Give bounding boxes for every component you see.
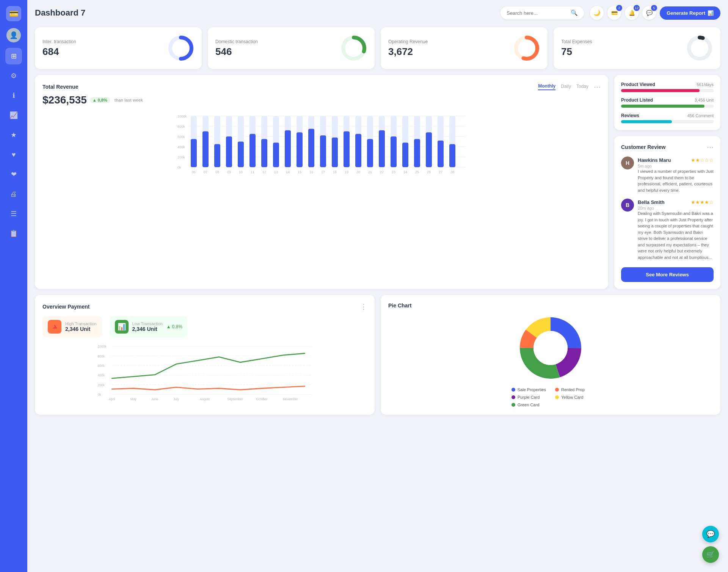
metric-low-transaction: 📊 Low Transaction 2,346 Unit ▲ 0,8% (110, 316, 188, 337)
bell-btn[interactable]: 🔔 12 (625, 6, 639, 20)
tab-today[interactable]: Today (576, 84, 588, 90)
stat-card-domestic-transaction: Domestic transaction 546 (208, 27, 375, 69)
revenue-card: Total Revenue Monthly Daily Today ⋯ $236… (35, 75, 608, 289)
sidebar-item-heart[interactable]: ♥ (5, 146, 22, 163)
svg-rect-27 (214, 144, 220, 167)
pie-chart-svg (516, 314, 585, 382)
revenue-than-last: than last week (115, 98, 143, 102)
product-item-header: Product Viewed 561/days (621, 82, 714, 87)
sidebar-item-print[interactable]: 🖨 (5, 186, 22, 202)
product-item-header: Product Listed 3,456 Unit (621, 97, 714, 103)
stat-info: Inter. transaction 684 (42, 39, 76, 58)
sidebar-item-settings[interactable]: ⚙ (5, 67, 22, 84)
svg-text:27: 27 (439, 170, 442, 174)
page-title: Dashboard 7 (35, 8, 494, 18)
chat-icon: 💬 (646, 10, 653, 16)
donut-chart-revenue (513, 35, 540, 61)
svg-text:25: 25 (415, 170, 419, 174)
review-stars-1: ★★★★☆ (691, 199, 714, 205)
stat-value: 75 (561, 46, 592, 58)
svg-text:600k: 600k (177, 135, 185, 139)
product-item-0: Product Viewed 561/days (621, 82, 714, 92)
payment-pct: ▲ 0,8% (166, 324, 182, 329)
header-icons: 🌙 💳 2 🔔 12 💬 5 Generate Report 📊 (590, 6, 720, 20)
svg-point-6 (689, 38, 710, 59)
wallet-btn[interactable]: 💳 2 (607, 6, 621, 20)
tab-daily[interactable]: Daily (561, 84, 571, 90)
stat-info: Operating Revenue 3,672 (388, 39, 428, 58)
stat-card-inter-transaction: Inter. transaction 684 (35, 27, 202, 69)
review-time-1: 20m ago (638, 206, 714, 210)
svg-rect-48 (297, 132, 303, 167)
support-fab[interactable]: 💬 (702, 526, 719, 542)
svg-rect-51 (308, 129, 314, 167)
sidebar-item-heart2[interactable]: ❤ (5, 166, 22, 183)
revenue-more-icon[interactable]: ⋯ (594, 83, 601, 91)
svg-rect-72 (391, 136, 397, 167)
review-item-0: H Hawkins Maru ★★☆☆☆ 5m ago I viewed a n… (621, 157, 714, 193)
svg-text:800k: 800k (98, 354, 105, 358)
review-title: Customer Review (621, 144, 665, 150)
dashboard-icon: ⊞ (11, 52, 17, 60)
progress-bar (621, 120, 714, 123)
svg-text:400k: 400k (177, 145, 185, 149)
svg-rect-30 (226, 136, 232, 167)
progress-bar (621, 105, 714, 108)
user-avatar[interactable]: 👤 (6, 28, 21, 42)
sidebar-item-analytics[interactable]: 📈 (5, 107, 22, 124)
payment-header: Overview Payment ⋮ (42, 302, 367, 311)
review-time-0: 5m ago (638, 164, 714, 168)
svg-text:11: 11 (251, 170, 254, 174)
payment-more-icon[interactable]: ⋮ (360, 302, 367, 311)
generate-report-button[interactable]: Generate Report 📊 (660, 6, 720, 20)
svg-text:13: 13 (274, 170, 278, 174)
sidebar-item-dashboard[interactable]: ⊞ (5, 48, 22, 64)
sidebar-item-list[interactable]: ☰ (5, 205, 22, 222)
legend-item-yellow: Yellow Card (555, 395, 590, 400)
metric-label: Low Transaction (132, 321, 163, 326)
chat-btn[interactable]: 💬 5 (642, 6, 656, 20)
svg-text:200k: 200k (98, 383, 105, 387)
bar-chart: 1000k 800k 600k 400k 200k 0k 06070809101… (42, 111, 601, 186)
review-avatar-0: H (621, 157, 634, 169)
payment-metrics: 🔺 High Transaction 2,346 Unit 📊 Low Tran… (42, 316, 367, 337)
product-name: Product Listed (621, 97, 653, 103)
svg-rect-84 (438, 141, 444, 167)
sidebar-item-doc[interactable]: 📋 (5, 225, 22, 242)
revenue-tabs: Monthly Daily Today ⋯ (538, 83, 601, 91)
svg-text:600k: 600k (98, 364, 105, 368)
legend-dot (511, 403, 515, 407)
reviewer-name-0: Hawkins Maru (638, 157, 671, 163)
legend-label: Green Card (518, 403, 539, 407)
svg-rect-21 (191, 139, 197, 167)
svg-text:10: 10 (239, 170, 243, 174)
sidebar-item-star[interactable]: ★ (5, 127, 22, 143)
tab-monthly[interactable]: Monthly (538, 83, 555, 90)
review-card: Customer Review ⋯ H Hawkins Maru ★★☆☆☆ 5… (614, 136, 720, 289)
see-more-reviews-button[interactable]: See More Reviews (621, 267, 714, 282)
legend-item-purple: Purple Card (511, 395, 546, 400)
svg-text:November: November (283, 397, 298, 401)
svg-rect-42 (273, 143, 279, 167)
svg-text:28: 28 (450, 170, 454, 174)
sidebar-item-info[interactable]: ℹ (5, 87, 22, 104)
svg-rect-87 (449, 144, 455, 167)
product-value: 456 Comment (687, 113, 714, 118)
stat-value: 684 (42, 46, 76, 58)
review-more-icon[interactable]: ⋯ (707, 143, 714, 151)
search-input[interactable] (507, 10, 568, 16)
stat-info: Domestic transaction 546 (215, 39, 258, 58)
revenue-pct: 0,8% (98, 98, 107, 102)
donut-chart-inter (168, 35, 194, 61)
product-item-header: Reviews 456 Comment (621, 113, 714, 118)
donut-chart-expenses (686, 35, 713, 61)
legend-dot (511, 395, 515, 399)
metric-label: High Transaction (65, 321, 97, 326)
review-text-1: Dealing with Syamsudin and Bakri was a j… (638, 210, 714, 260)
stat-label: Inter. transaction (42, 39, 76, 44)
chart-icon: 📊 (708, 10, 714, 16)
stat-card-operating-revenue: Operating Revenue 3,672 (381, 27, 548, 69)
product-item-2: Reviews 456 Comment (621, 113, 714, 123)
theme-toggle[interactable]: 🌙 (590, 6, 604, 20)
cart-fab[interactable]: 🛒 (702, 546, 719, 563)
